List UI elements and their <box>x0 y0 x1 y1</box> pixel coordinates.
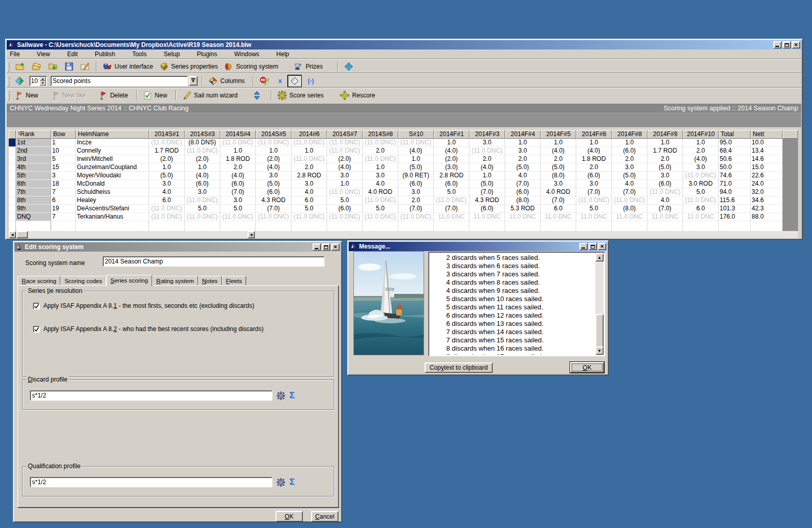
score-cell[interactable]: (11.0 DNC) <box>185 147 220 155</box>
column-header[interactable]: 2014F#6 <box>576 130 612 139</box>
score-cell[interactable]: (11.0 DNC) <box>434 196 469 205</box>
score-cell[interactable]: (7.0) <box>398 205 434 213</box>
column-header[interactable]: 2014F#5 <box>541 130 576 139</box>
bow-cell[interactable]: 1 <box>51 139 76 147</box>
total-cell[interactable]: 50.6 <box>719 155 751 163</box>
score-cell[interactable]: (7.0) <box>469 188 505 196</box>
score-cell[interactable]: (9.0 RET) <box>398 172 434 180</box>
cancel-button[interactable]: Cancel <box>311 511 338 522</box>
score-cell[interactable]: 3.0 <box>149 180 185 188</box>
table-row[interactable]: 2nd10Connelly1.7 ROD(11.0 DNC)1.01.01.0(… <box>9 147 798 155</box>
total-cell[interactable]: 71.0 <box>719 180 751 188</box>
scroll-thumb[interactable] <box>17 231 28 238</box>
score-cell[interactable]: 2.8 ROD <box>434 172 469 180</box>
bow-cell[interactable]: 7 <box>51 213 76 221</box>
score-cell[interactable]: 6.0 <box>149 196 185 205</box>
score-cell[interactable]: (5.0) <box>612 172 647 180</box>
scroll-left-button[interactable]: ◄ <box>9 231 16 238</box>
row-selector[interactable] <box>9 155 16 163</box>
score-cell[interactable]: 1.0 <box>220 147 256 155</box>
new-competitor-button[interactable]: New <box>12 89 41 102</box>
score-cell[interactable]: (6.0) <box>398 180 434 188</box>
score-cell[interactable]: 3.0 <box>576 180 612 188</box>
score-cell[interactable]: 5.0 <box>220 205 256 213</box>
score-cell[interactable]: 11.0 DNC <box>469 213 505 221</box>
qualification-wizard-icon[interactable] <box>277 478 285 487</box>
score-cell[interactable]: 1.8 ROD <box>576 155 612 163</box>
tab-notes[interactable]: Notes <box>198 276 222 286</box>
helm-cell[interactable]: Irwin/Mitchell <box>76 155 149 163</box>
menu-view[interactable]: View <box>37 50 50 59</box>
score-cell[interactable]: 6.0 <box>291 196 327 205</box>
score-cell[interactable]: 5.0 <box>363 205 398 213</box>
score-cell[interactable]: (11.0 DNC) <box>220 139 256 147</box>
score-cell[interactable]: (6.0) <box>220 180 256 188</box>
score-cell[interactable]: 4.0 ROD <box>363 188 398 196</box>
score-cell[interactable]: 4.0 <box>149 188 185 196</box>
row-selector[interactable] <box>9 180 16 188</box>
rank-cell[interactable]: 9th <box>16 205 51 213</box>
score-series-button[interactable]: Score series <box>274 89 327 102</box>
score-cell[interactable]: (6.0) <box>469 205 505 213</box>
helm-cell[interactable]: Terkanian/Hanus <box>76 213 149 221</box>
score-cell[interactable]: 4.0 <box>291 188 327 196</box>
discard-sigma-icon[interactable]: Σ <box>289 390 295 401</box>
tab-race-scoring[interactable]: Race scoring <box>18 276 60 286</box>
score-cell[interactable]: (8.0) <box>541 172 576 180</box>
score-cell[interactable]: (6.0) <box>576 172 612 180</box>
score-cell[interactable]: 5.0 <box>576 205 612 213</box>
score-cell[interactable]: (11.0 DNC) <box>327 213 363 221</box>
tab-scoring-codes[interactable]: Scoring codes <box>60 276 106 286</box>
import-icon[interactable] <box>45 60 61 73</box>
tab-series-scoring[interactable]: Series scoring <box>106 275 152 286</box>
edit-dialog-titlebar[interactable]: Edit scoring system ✕ <box>14 242 340 252</box>
scroll-up-button[interactable]: ▲ <box>595 253 604 261</box>
total-cell[interactable]: 95.0 <box>719 139 751 147</box>
score-cell[interactable]: (11.0 DNC) <box>185 213 220 221</box>
score-cell[interactable]: (11.0 DNC) <box>363 213 398 221</box>
score-cell[interactable]: 1.0 <box>434 139 469 147</box>
score-cell[interactable]: 1.0 <box>541 139 576 147</box>
score-cell[interactable]: 3.0 <box>612 163 647 172</box>
column-header[interactable]: HelmName <box>76 130 149 139</box>
score-cell[interactable]: (11.0 DNC) <box>291 213 327 221</box>
rank-cell[interactable]: 6th <box>16 180 51 188</box>
maximize-button[interactable] <box>783 41 791 48</box>
discard-schedule-list[interactable]: 2 discards when 5 races sailed.3 discard… <box>428 252 605 356</box>
menu-publish[interactable]: Publish <box>95 50 115 59</box>
score-cell[interactable]: (5.0) <box>647 163 683 172</box>
score-cell[interactable]: (4.0) <box>541 147 576 155</box>
column-header[interactable]: 2014#6 <box>291 130 327 139</box>
rank-cell[interactable]: DNQ <box>16 213 51 221</box>
score-cell[interactable]: (11.0 DNC) <box>363 155 398 163</box>
score-cell[interactable]: 2.0 <box>647 155 683 163</box>
score-cell[interactable]: (7.0) <box>434 205 469 213</box>
score-cell[interactable]: (4.0) <box>185 172 220 180</box>
score-cell[interactable]: (7.0) <box>505 180 541 188</box>
score-cell[interactable]: 11.0 DNC <box>683 213 719 221</box>
score-cell[interactable]: (8.0 DNS) <box>185 139 220 147</box>
score-cell[interactable]: 3.0 ROD <box>683 180 719 188</box>
score-cell[interactable]: 2.0 <box>576 163 612 172</box>
web-publish-icon[interactable] <box>341 60 356 73</box>
score-cell[interactable]: 1.8 ROD <box>220 155 256 163</box>
scroll-thumb[interactable] <box>595 314 604 351</box>
score-cell[interactable]: (11.0 DNC) <box>149 139 185 147</box>
total-cell[interactable]: 68.4 <box>719 147 751 155</box>
new-file-icon[interactable] <box>12 60 28 73</box>
qualification-sigma-icon[interactable]: Σ <box>289 477 295 487</box>
menu-setup[interactable]: Setup <box>164 50 180 59</box>
score-cell[interactable]: 11.0 DNC <box>434 213 469 221</box>
score-cell[interactable]: 11.0 DNC <box>505 213 541 221</box>
score-cell[interactable]: (5.0) <box>256 180 291 188</box>
score-cell[interactable]: 3.0 <box>327 172 363 180</box>
score-cell[interactable]: 1.0 <box>256 147 291 155</box>
score-cell[interactable]: (11.0 DNC) <box>363 196 398 205</box>
score-cell[interactable]: 4.0 ROD <box>541 188 576 196</box>
score-cell[interactable]: (7.0) <box>612 188 647 196</box>
score-cell[interactable]: (11.0 DNC) <box>291 155 327 163</box>
total-cell[interactable]: 115.6 <box>719 196 751 205</box>
score-cell[interactable]: 3.0 <box>185 188 220 196</box>
table-row[interactable]: DNQ7Terkanian/Hanus(11.0 DNC)(11.0 DNC)(… <box>9 213 798 221</box>
score-cell[interactable]: (11.0 DNC) <box>469 147 505 155</box>
